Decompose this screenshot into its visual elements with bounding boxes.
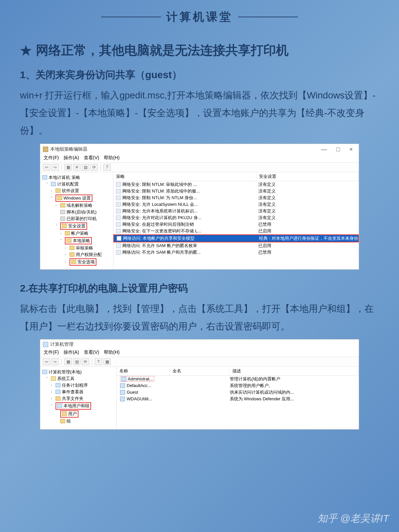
policy-value: 经典 - 对本地用户进行身份验证，不改变其本来身份	[257, 235, 358, 241]
close-button[interactable]: ×	[349, 146, 353, 153]
help-button[interactable]: ?	[103, 164, 111, 171]
col-setting[interactable]: 安全设置	[256, 172, 359, 181]
menu-help[interactable]: 帮助(H)	[104, 349, 119, 355]
tree-item[interactable]: 安全选项	[77, 259, 95, 265]
tree-item[interactable]: 计算机配置	[57, 181, 79, 187]
policy-icon	[117, 236, 121, 241]
user-list[interactable]: 名称 全名 描述 Administrat...管理计算机(域)的内置帐户Defa…	[117, 367, 359, 429]
policy-row[interactable]: 网络安全: 允许 LocalSystem NULL 会...没有定义	[113, 201, 359, 208]
user-icon	[121, 377, 126, 381]
tree-item[interactable]: 审核策略	[76, 245, 93, 251]
tree-item[interactable]: 本地计算机 策略	[49, 175, 80, 181]
policy-icon	[116, 196, 121, 200]
user-row[interactable]: Administrat...管理计算机(域)的内置帐户	[117, 376, 359, 382]
script-icon	[60, 210, 65, 214]
policy-row[interactable]: 网络安全: 限制 NTLM: 审核此域中的 ...没有定义	[113, 181, 359, 188]
tree-item[interactable]: 本地策略	[73, 238, 90, 244]
col-full[interactable]: 全名	[170, 367, 230, 375]
window-title: 计算机管理	[50, 341, 73, 347]
policy-value: 没有定义	[256, 188, 359, 194]
tree-item[interactable]: 脚本(启动/关机)	[66, 209, 96, 215]
page-header: 计算机课堂	[0, 0, 399, 29]
tree-pane[interactable]: 本地计算机 策略 ˅计算机配置 ›软件设置 ˅Windows 设置 ›域名解析策…	[40, 172, 113, 269]
highlight-box: 本地策略	[65, 237, 92, 244]
policy-name: 网络安全: 允许本地系统将计算机标识...	[122, 208, 198, 214]
policy-row[interactable]: 网络安全: 限制 NTLM: 为 NTLM 身份...没有定义	[113, 195, 359, 201]
menu-help[interactable]: 帮助(H)	[104, 155, 119, 161]
help-button[interactable]: ?	[95, 358, 102, 365]
menu-view[interactable]: 查看(V)	[84, 155, 99, 161]
main-title: ★ 网络正常，其他电脑就是无法连接共享打印机	[20, 42, 379, 59]
toolbar-button[interactable]: ▤	[82, 164, 89, 171]
col-policy[interactable]: 策略	[113, 172, 256, 181]
policy-row[interactable]: 网络安全: 允许本地系统将计算机标识...没有定义	[113, 208, 359, 214]
tree-item[interactable]: 软件设置	[62, 188, 79, 194]
maximize-button[interactable]: □	[336, 146, 340, 153]
toolbar-button[interactable]: ▦	[65, 358, 72, 365]
users-icon	[57, 404, 62, 408]
policy-value: 已禁用	[256, 221, 359, 227]
tree-item[interactable]: 帐户策略	[71, 230, 88, 236]
tree-item[interactable]: 系统工具	[57, 376, 74, 382]
event-icon	[56, 390, 61, 394]
user-row[interactable]: DefaultAcc...系统管理的用户帐户。	[117, 382, 359, 389]
tree-item[interactable]: 计算机管理(本地)	[49, 369, 82, 375]
toolbar-button[interactable]: ▦	[65, 164, 72, 171]
back-button[interactable]: ⇦	[43, 164, 50, 171]
user-full	[170, 383, 230, 389]
policy-name: 网络安全: 限制 NTLM: 审核此域中的 ...	[122, 182, 197, 188]
delete-button[interactable]: ✕	[73, 164, 80, 171]
policy-row[interactable]: 网络安全: 允许对此计算机的 PKU2U 身...没有定义	[113, 214, 359, 221]
user-desc: 供来宾访问计算机或访问域的内...	[230, 389, 359, 395]
folder-icon	[51, 182, 56, 186]
policy-list[interactable]: 策略 安全设置 网络安全: 限制 NTLM: 审核此域中的 ...没有定义网络安…	[113, 172, 359, 269]
tree-item[interactable]: 用户	[68, 411, 77, 417]
user-name: Guest	[127, 390, 138, 395]
policy-name: 网络访问: 不允许 SAM 帐户和共享的匿...	[122, 249, 200, 255]
tree-item[interactable]: 组	[66, 418, 71, 424]
policy-row[interactable]: 网络安全: 限制 NTLM: 添加此域中的服...没有定义	[113, 188, 359, 195]
tree-item[interactable]: 任务计划程序	[62, 382, 88, 388]
policy-row[interactable]: 网络访问: 本地帐户的共享和安全模型经典 - 对本地用户进行身份验证，不改变其本…	[113, 234, 359, 242]
shield-icon	[62, 224, 67, 228]
minimize-button[interactable]: —	[321, 146, 327, 153]
tree-item[interactable]: 安全设置	[68, 223, 85, 229]
policy-row[interactable]: 网络安全: 在下一次更改密码时不存储 L...已启用	[113, 228, 359, 234]
tree-pane[interactable]: 计算机管理(本地) ˅系统工具 ›任务计划程序 ›事件查看器 ›共享文件夹 ˅本…	[40, 367, 117, 429]
menu-view[interactable]: 查看(V)	[84, 349, 99, 355]
tools-icon	[51, 376, 56, 381]
toolbar-button[interactable]: ▤	[73, 358, 80, 365]
tree-item[interactable]: 已部署的打印机	[66, 216, 97, 222]
policy-value: 已启用	[256, 228, 359, 234]
policy-row[interactable]: 网络安全: 在超过登录时间后强制注销已禁用	[113, 221, 359, 228]
folder-icon	[65, 231, 70, 235]
user-row[interactable]: Guest供来宾访问计算机或访问域的内...	[117, 389, 359, 396]
separator	[62, 359, 62, 365]
policy-row[interactable]: 网络访问: 不允许 SAM 帐户和共享的匿...已禁用	[113, 249, 359, 256]
menu-action[interactable]: 操作(A)	[64, 155, 79, 161]
col-name[interactable]: 名称	[117, 367, 170, 375]
col-desc[interactable]: 描述	[230, 367, 359, 375]
tree-item[interactable]: Windows 设置	[64, 195, 91, 201]
tree-item[interactable]: 共享文件夹	[62, 396, 83, 402]
refresh-button[interactable]: ⟳	[82, 358, 89, 365]
back-button[interactable]: ⇦	[43, 358, 50, 365]
tree-item[interactable]: 本地用户和组	[64, 403, 89, 409]
user-row[interactable]: WDAGUtilit...系统为 Windows Defender 应用...	[117, 396, 359, 402]
tree-item[interactable]: 域名解析策略	[66, 202, 92, 208]
policy-row[interactable]: 网络访问: 不允许 SAM 帐户的匿名枚举已启用	[113, 242, 359, 249]
policy-name: 网络安全: 在下一次更改密码时不存储 L...	[122, 228, 201, 234]
tree-item[interactable]: 用户权限分配	[76, 252, 102, 258]
menu-file[interactable]: 文件(F)	[44, 155, 59, 161]
tree-item[interactable]: 事件查看器	[62, 389, 83, 395]
user-full	[170, 376, 230, 382]
menubar: 文件(F) 操作(A) 查看(V) 帮助(H)	[40, 153, 359, 162]
header-title: 计算机课堂	[166, 9, 233, 25]
forward-button[interactable]: ⇨	[52, 358, 59, 365]
step1-body: win+r 打开运行框，输入gpedit.msc,打开本地策略编辑器，依次找到【…	[20, 86, 379, 140]
toolbar-button[interactable]: ▦	[103, 358, 111, 365]
menu-file[interactable]: 文件(F)	[44, 349, 59, 355]
refresh-button[interactable]: ⟳	[90, 164, 98, 171]
menu-action[interactable]: 操作(A)	[64, 349, 79, 355]
forward-button[interactable]: ⇨	[52, 164, 59, 171]
